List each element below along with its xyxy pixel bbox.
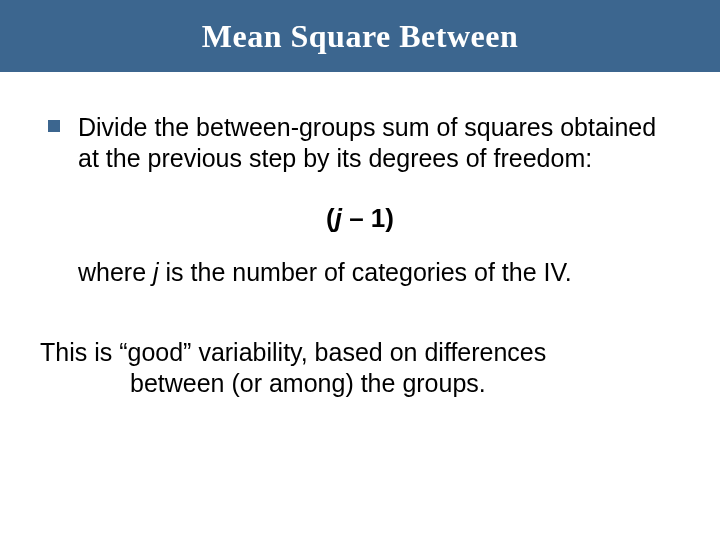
where-suffix: is the number of categories of the IV.: [159, 258, 572, 286]
where-line: where j is the number of categories of t…: [78, 258, 680, 287]
bullet-text: Divide the between-groups sum of squares…: [78, 112, 680, 175]
bullet-icon: [48, 120, 60, 132]
formula-var: j: [335, 203, 342, 233]
slide-body: Divide the between-groups sum of squares…: [0, 72, 720, 399]
where-prefix: where: [78, 258, 153, 286]
slide: Mean Square Between Divide the between-g…: [0, 0, 720, 540]
good-variability-text: This is “good” variability, based on dif…: [40, 337, 680, 400]
formula-rest: – 1): [342, 203, 394, 233]
good-line2: between (or among) the groups.: [130, 368, 680, 399]
bullet-item: Divide the between-groups sum of squares…: [40, 112, 680, 175]
slide-title: Mean Square Between: [202, 18, 518, 55]
formula-open: (: [326, 203, 335, 233]
title-bar: Mean Square Between: [0, 0, 720, 72]
good-line1: This is “good” variability, based on dif…: [40, 338, 546, 366]
formula: (j – 1): [40, 203, 680, 234]
